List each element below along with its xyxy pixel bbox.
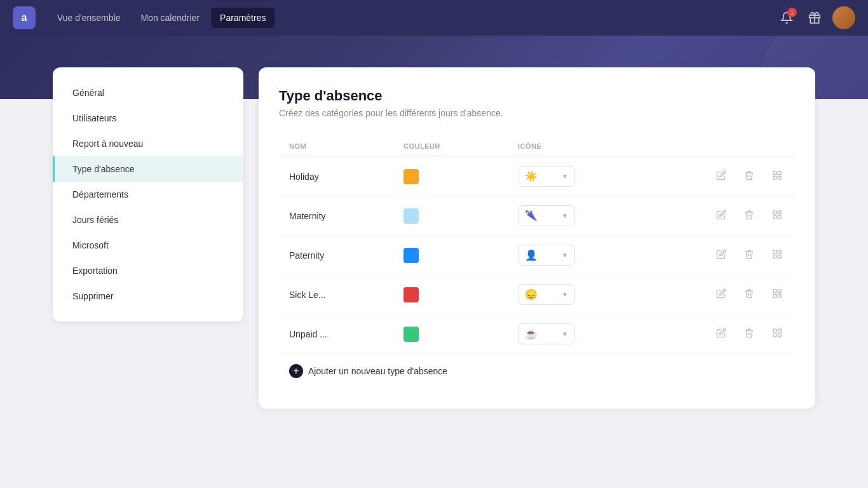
icon-dropdown-maternity[interactable]: 🌂 ▼ — [518, 205, 575, 226]
svg-rect-20 — [773, 334, 776, 337]
dropdown-arrow-unpaid: ▼ — [562, 330, 568, 337]
color-swatch-unpaid[interactable] — [403, 327, 419, 342]
more-button-unpaid[interactable] — [770, 325, 785, 342]
svg-rect-7 — [778, 211, 781, 214]
dropdown-arrow-maternity: ▼ — [562, 212, 568, 219]
sidebar-item-departements[interactable]: Départements — [53, 182, 243, 207]
page-title: Type d'absence — [279, 88, 795, 104]
svg-rect-8 — [773, 215, 776, 219]
row-actions-sick — [645, 286, 785, 303]
row-name-paternity: Paternity — [289, 250, 403, 261]
row-actions-unpaid — [645, 325, 785, 342]
svg-rect-2 — [773, 172, 776, 175]
svg-rect-11 — [778, 250, 781, 254]
user-avatar[interactable] — [832, 6, 855, 29]
app-logo[interactable]: a — [13, 6, 36, 29]
delete-button-sick[interactable] — [742, 286, 757, 303]
notification-button[interactable]: 1 — [776, 8, 797, 28]
svg-rect-5 — [778, 176, 781, 179]
delete-button-unpaid[interactable] — [742, 325, 757, 342]
more-button-sick[interactable] — [770, 286, 785, 303]
icon-dropdown-sick[interactable]: 😞 ▼ — [518, 284, 575, 305]
row-color-paternity — [403, 248, 518, 263]
icon-emoji-sick: 😞 — [525, 288, 538, 301]
more-button-maternity[interactable] — [770, 207, 785, 224]
svg-rect-13 — [778, 255, 781, 258]
color-swatch-sick[interactable] — [403, 287, 419, 302]
row-name-maternity: Maternity — [289, 211, 403, 221]
icon-dropdown-holiday[interactable]: ☀️ ▼ — [518, 166, 575, 187]
sidebar-item-utilisateurs[interactable]: Utilisateurs — [53, 105, 243, 131]
row-color-sick — [403, 287, 518, 302]
edit-button-sick[interactable] — [714, 286, 729, 303]
table-row: Paternity 👤 ▼ — [279, 236, 795, 275]
svg-rect-3 — [778, 172, 781, 175]
row-actions-maternity — [645, 207, 785, 224]
dropdown-arrow-paternity: ▼ — [562, 252, 568, 259]
sidebar-item-exportation[interactable]: Exportation — [53, 258, 243, 283]
edit-button-maternity[interactable] — [714, 207, 729, 224]
nav-calendrier[interactable]: Mon calendrier — [132, 8, 208, 28]
icon-dropdown-unpaid[interactable]: ☕ ▼ — [518, 323, 575, 344]
table-row: Unpaid ... ☕ ▼ — [279, 315, 795, 354]
svg-rect-19 — [778, 329, 781, 332]
notification-badge: 1 — [787, 8, 797, 17]
gift-button[interactable] — [804, 8, 825, 28]
edit-button-unpaid[interactable] — [714, 325, 729, 342]
table-row: Sick Le... 😞 ▼ — [279, 275, 795, 315]
icon-emoji-unpaid: ☕ — [525, 328, 538, 340]
row-name-holiday: Holiday — [289, 172, 403, 182]
edit-button-paternity[interactable] — [714, 247, 729, 264]
header-actions: 1 — [776, 6, 855, 29]
svg-rect-18 — [773, 329, 776, 332]
svg-rect-4 — [773, 176, 776, 179]
table-header: NOM COULEUR ICÔNE — [279, 136, 795, 157]
col-header-actions — [645, 142, 785, 150]
table-row: Maternity 🌂 ▼ — [279, 196, 795, 236]
row-color-maternity — [403, 208, 518, 224]
row-actions-holiday — [645, 168, 785, 185]
row-actions-paternity — [645, 247, 785, 264]
delete-button-paternity[interactable] — [742, 247, 757, 264]
more-button-holiday[interactable] — [770, 168, 785, 185]
sidebar-item-general[interactable]: Général — [53, 80, 243, 105]
more-button-paternity[interactable] — [770, 247, 785, 264]
icon-emoji-holiday: ☀️ — [525, 170, 538, 182]
svg-rect-6 — [773, 211, 776, 214]
sidebar-item-supprimer[interactable]: Supprimer — [53, 283, 243, 309]
row-color-holiday — [403, 169, 518, 184]
icon-emoji-maternity: 🌂 — [525, 210, 538, 222]
absence-table: NOM COULEUR ICÔNE Holiday ☀️ ▼ — [279, 136, 795, 388]
sidebar-item-report[interactable]: Report à nouveau — [53, 131, 243, 156]
svg-rect-9 — [778, 215, 781, 219]
dropdown-arrow-sick: ▼ — [562, 291, 568, 298]
content-area: Type d'absence Créez des catégories pour… — [259, 67, 815, 409]
header: a Vue d'ensemble Mon calendrier Paramètr… — [0, 0, 868, 36]
page-subtitle: Créez des catégories pour les différents… — [279, 108, 795, 118]
sidebar: Général Utilisateurs Report à nouveau Ty… — [53, 67, 243, 322]
delete-button-maternity[interactable] — [742, 207, 757, 224]
row-color-unpaid — [403, 327, 518, 342]
nav-vue-ensemble[interactable]: Vue d'ensemble — [48, 8, 129, 28]
color-swatch-paternity[interactable] — [403, 248, 419, 263]
color-swatch-holiday[interactable] — [403, 169, 419, 184]
sidebar-item-type-absence[interactable]: Type d'absence — [53, 156, 243, 182]
nav-parametres[interactable]: Paramètres — [211, 8, 275, 28]
col-header-couleur: COULEUR — [403, 142, 518, 150]
edit-button-holiday[interactable] — [714, 168, 729, 185]
svg-rect-15 — [778, 290, 781, 293]
sidebar-item-jours-feries[interactable]: Jours fériés — [53, 207, 243, 233]
col-header-icone: ICÔNE — [518, 142, 645, 150]
sidebar-item-microsoft[interactable]: Microsoft — [53, 233, 243, 258]
svg-rect-21 — [778, 334, 781, 337]
main-container: Général Utilisateurs Report à nouveau Ty… — [27, 67, 841, 409]
avatar-image — [832, 6, 855, 29]
row-name-sick: Sick Le... — [289, 290, 403, 300]
delete-button-holiday[interactable] — [742, 168, 757, 185]
add-absence-type-button[interactable]: + Ajouter un nouveau type d'absence — [279, 354, 795, 388]
icon-dropdown-paternity[interactable]: 👤 ▼ — [518, 245, 575, 266]
color-swatch-maternity[interactable] — [403, 208, 419, 224]
svg-rect-14 — [773, 290, 776, 293]
dropdown-arrow-holiday: ▼ — [562, 173, 568, 180]
svg-rect-16 — [773, 294, 776, 297]
